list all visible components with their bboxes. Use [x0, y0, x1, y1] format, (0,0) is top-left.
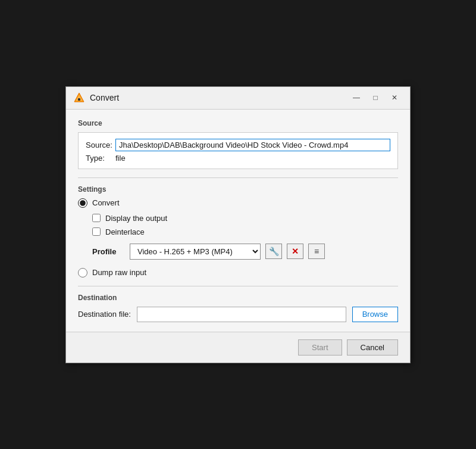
- settings-section-label: Settings: [78, 185, 398, 194]
- source-file-input[interactable]: [115, 139, 390, 151]
- dump-raw-row: Dump raw input: [78, 268, 398, 277]
- profile-edit-button[interactable]: ≡: [308, 244, 325, 259]
- display-output-label: Display the output: [105, 214, 167, 223]
- svg-rect-2: [78, 98, 80, 101]
- content-area: Source Source: Type: file Settings Conve…: [66, 110, 410, 332]
- vlc-icon: [73, 92, 85, 104]
- settings-section: Settings Convert Display the output Dein…: [78, 185, 398, 277]
- browse-button[interactable]: Browse: [352, 307, 398, 322]
- dest-file-row: Destination file: Browse: [78, 307, 398, 322]
- convert-radio-label: Convert: [92, 198, 120, 207]
- source-section-label: Source: [78, 119, 398, 127]
- type-key-label: Type:: [86, 154, 115, 163]
- destination-section-label: Destination: [78, 294, 398, 302]
- dest-file-label: Destination file:: [78, 310, 131, 319]
- profile-tools-button[interactable]: 🔧: [265, 244, 282, 259]
- source-key-label: Source:: [86, 141, 115, 149]
- dump-raw-radio[interactable]: [78, 268, 87, 277]
- dump-raw-label: Dump raw input: [92, 268, 146, 277]
- profile-label: Profile: [92, 247, 125, 256]
- title-bar-controls: — □ ✕: [348, 91, 403, 104]
- start-button[interactable]: Start: [298, 339, 342, 356]
- maximize-button[interactable]: □: [367, 91, 384, 104]
- deinterlace-row: Deinterlace: [92, 227, 398, 236]
- display-output-row: Display the output: [92, 214, 398, 223]
- source-type-row: Type: file: [86, 154, 390, 163]
- destination-section: Destination Destination file: Browse: [78, 294, 398, 322]
- profile-delete-button[interactable]: ✕: [287, 244, 303, 259]
- title-bar-left: Convert: [73, 92, 119, 104]
- convert-radio-row: Convert: [78, 198, 398, 208]
- convert-radio[interactable]: [78, 198, 87, 208]
- minimize-button[interactable]: —: [348, 91, 365, 104]
- edit-icon: ≡: [314, 247, 319, 256]
- convert-window: Convert — □ ✕ Source Source: Type: file: [65, 86, 411, 363]
- title-bar: Convert — □ ✕: [66, 87, 410, 110]
- tools-icon: 🔧: [269, 247, 279, 256]
- delete-icon: ✕: [292, 247, 299, 256]
- footer: Start Cancel: [66, 332, 410, 363]
- divider-2: [78, 286, 398, 286]
- cancel-button[interactable]: Cancel: [347, 339, 398, 356]
- deinterlace-checkbox[interactable]: [92, 227, 101, 236]
- source-file-row: Source:: [86, 139, 390, 151]
- divider-1: [78, 177, 398, 178]
- profile-select[interactable]: Video - H.265 + MP3 (MP4) Video - H.264 …: [130, 244, 261, 260]
- window-title: Convert: [90, 93, 119, 102]
- type-value: file: [115, 154, 126, 163]
- deinterlace-label: Deinterlace: [105, 227, 145, 236]
- close-button[interactable]: ✕: [386, 91, 403, 104]
- display-output-checkbox[interactable]: [92, 214, 101, 222]
- source-section: Source Source: Type: file: [78, 119, 398, 169]
- profile-row: Profile Video - H.265 + MP3 (MP4) Video …: [92, 244, 398, 260]
- source-box: Source: Type: file: [78, 132, 398, 169]
- dest-file-input[interactable]: [137, 307, 346, 322]
